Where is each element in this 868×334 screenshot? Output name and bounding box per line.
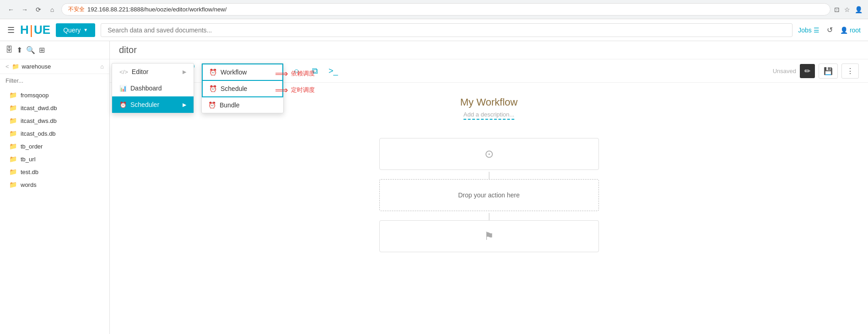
unsaved-label: Unsaved (773, 68, 796, 74)
sidebar-item-1[interactable]: 📁itcast_dwd.db (0, 101, 109, 114)
save-button[interactable]: 💾 (819, 64, 838, 79)
upload-icon[interactable]: ⬆ (16, 46, 22, 54)
browser-chrome: ← → ⟳ ⌂ 不安全 192.168.88.221:8888/hue/oozi… (0, 0, 868, 19)
dropdown-item-scheduler[interactable]: ⏰Scheduler ▶ (112, 96, 194, 113)
jobs-link[interactable]: Jobs ☰ (798, 27, 819, 34)
grid-icon[interactable]: ⊞ (39, 46, 45, 54)
scheduler-chevron: ▶ (183, 102, 186, 108)
connector-bottom (489, 213, 490, 220)
folder-icon-6: 📁 (9, 168, 17, 175)
user-icon-symbol: 👤 (840, 27, 848, 34)
sidebar-item-5[interactable]: 📁tb_url (0, 153, 109, 165)
editor-chevron: ▶ (183, 69, 186, 75)
search-icon[interactable]: 🔍 (26, 46, 35, 54)
back-button[interactable]: ← (5, 4, 16, 15)
schedule-menu-icon: ⏰ (209, 85, 217, 92)
editor-icon: </> (119, 69, 128, 75)
folder-icon-4: 📁 (9, 143, 17, 150)
sidebar-item-4[interactable]: 📁tb_order (0, 140, 109, 153)
scheduler-submenu: ⏰ Workflow ⏰ Schedule ⏰ Bundle (201, 63, 284, 113)
app-header: ☰ H|UE Query ▼ Jobs ☰ ↺ 👤 root (0, 19, 868, 41)
submenu-item-schedule[interactable]: ⏰ Schedule (202, 81, 283, 97)
workflow-description[interactable]: Add a description... (464, 111, 514, 120)
sidebar-header: 🗄 ⬆ 🔍 ⊞ (0, 41, 109, 59)
edit-button[interactable]: ✏ (800, 64, 815, 78)
profile-icon[interactable]: 👤 (855, 6, 863, 13)
query-button-label: Query (63, 27, 81, 34)
refresh-button[interactable]: ⟳ (33, 4, 44, 15)
sidebar-item-2[interactable]: 📁itcast_dws.db (0, 114, 109, 127)
search-input[interactable] (101, 23, 793, 37)
workflow-menu-label: Workflow (221, 69, 247, 76)
page-header: ditor (110, 41, 868, 59)
dropdown-item-editor[interactable]: </>Editor ▶ (112, 64, 194, 80)
sidebar: 🗄 ⬆ 🔍 ⊞ < 📁 warehouse ⌂ 📁fromsqoop📁itcas… (0, 41, 110, 334)
folder-icon-3: 📁 (9, 130, 17, 137)
dropdown-item-dashboard[interactable]: 📊Dashboard (112, 80, 194, 96)
query-button[interactable]: Query ▼ (56, 23, 95, 37)
schedule-menu-label: Schedule (221, 85, 247, 92)
folder-icon-7: 📁 (9, 181, 17, 188)
workflow-nodes: ⊙ Drop your action here ⚑ (375, 138, 604, 254)
folder-icon: 📁 (12, 63, 19, 70)
filter-bar (0, 74, 109, 87)
workflow-drop-zone[interactable]: Drop your action here (379, 179, 599, 211)
forward-button[interactable]: → (19, 4, 30, 15)
hue-logo: H|UE (20, 23, 50, 37)
page-title: ditor (119, 45, 137, 55)
sidebar-item-3[interactable]: 📁itcast_ods.db (0, 127, 109, 140)
toolbar-icon-copy[interactable]: ⧉ (306, 62, 323, 80)
breadcrumb-chevron: < (5, 63, 9, 70)
cast-icon[interactable]: ⊡ (834, 6, 840, 13)
sidebar-item-0[interactable]: 📁fromsqoop (0, 89, 109, 101)
workflow-menu-icon: ⏰ (209, 69, 217, 76)
folder-icon-2: 📁 (9, 117, 17, 124)
toolbar-icon-circle[interactable]: ○ (288, 62, 305, 80)
bundle-menu-icon: ⏰ (208, 101, 216, 109)
hamburger-menu[interactable]: ☰ (7, 25, 15, 35)
home-icon[interactable]: ⌂ (100, 63, 104, 70)
scheduler-icon: ⏰ (119, 101, 127, 108)
drop-zone-label: Drop your action here (458, 191, 520, 199)
jobs-icon: ☰ (814, 27, 819, 34)
workflow-start-node: ⊙ (379, 138, 599, 170)
connector-top (489, 172, 490, 179)
workflow-title[interactable]: My Workflow (460, 96, 518, 108)
filter-input[interactable] (5, 77, 104, 84)
submenu-item-workflow[interactable]: ⏰ Workflow (202, 64, 283, 81)
query-dropdown-arrow: ▼ (83, 27, 88, 32)
star-icon[interactable]: ☆ (844, 6, 850, 13)
database-icon[interactable]: 🗄 (5, 46, 13, 54)
submenu-item-bundle[interactable]: ⏰ Bundle (202, 97, 283, 113)
sidebar-list: 📁fromsqoop📁itcast_dwd.db📁itcast_dws.db📁i… (0, 87, 109, 193)
end-icon: ⚑ (484, 230, 494, 243)
breadcrumb-label: warehouse (22, 63, 51, 70)
folder-icon-0: 📁 (9, 91, 17, 99)
folder-icon-5: 📁 (9, 155, 17, 163)
dashboard-icon: 📊 (119, 85, 127, 92)
more-button[interactable]: ⋮ (841, 64, 859, 79)
url-text: 192.168.88.221:8888/hue/oozie/editor/wor… (87, 6, 226, 13)
home-button[interactable]: ⌂ (47, 4, 58, 15)
toolbar-icon-terminal[interactable]: >_ (324, 62, 342, 80)
bundle-menu-label: Bundle (220, 101, 240, 109)
folder-icon-1: 📁 (9, 104, 17, 111)
security-warning: 不安全 (68, 5, 85, 13)
username-label: root (850, 27, 861, 34)
user-menu[interactable]: 👤 root (840, 27, 861, 34)
query-dropdown-menu: </>Editor ▶ 📊Dashboard ⏰Scheduler ▶ (112, 63, 194, 113)
workflow-end-node: ⚑ (379, 220, 599, 252)
workflow-canvas: My Workflow Add a description... ⊙ Drop … (110, 83, 868, 334)
sidebar-item-6[interactable]: 📁test.db (0, 165, 109, 178)
history-icon[interactable]: ↺ (827, 26, 833, 34)
address-bar[interactable]: 不安全 192.168.88.221:8888/hue/oozie/editor… (61, 3, 830, 16)
breadcrumb: < 📁 warehouse ⌂ (0, 59, 109, 74)
sidebar-item-7[interactable]: 📁words (0, 178, 109, 191)
start-icon: ⊙ (485, 148, 494, 160)
